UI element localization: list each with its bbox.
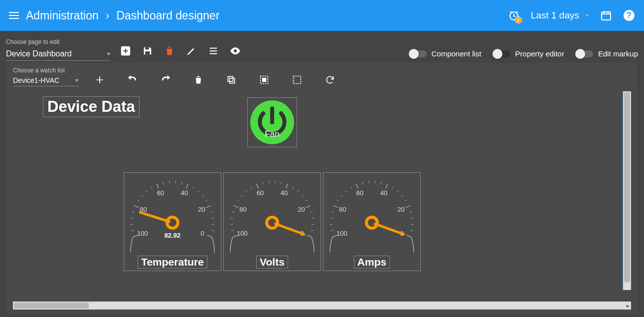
chevron-down-icon [107, 53, 111, 55]
svg-rect-11 [263, 78, 266, 82]
svg-text:60: 60 [157, 189, 164, 197]
gauge-display: 020406080100 [323, 173, 421, 253]
svg-line-106 [340, 195, 342, 196]
pencil-icon [186, 45, 197, 56]
svg-line-13 [207, 235, 212, 237]
vertical-scrollbar[interactable] [623, 91, 631, 290]
page-select: Choose page to edit Device Dashboard [6, 38, 111, 61]
new-page-button[interactable] [120, 45, 132, 57]
duplicate-button[interactable] [225, 74, 237, 86]
redo-icon [160, 74, 171, 85]
svg-line-111 [330, 218, 333, 219]
svg-line-19 [206, 206, 211, 208]
save-button[interactable] [142, 45, 154, 57]
time-range-dropdown[interactable]: Last 1 days [531, 10, 589, 21]
redo-button[interactable] [160, 74, 171, 86]
property-editor-toggle[interactable]: Property editor [493, 49, 564, 58]
gauge-widget-volts[interactable]: 020406080100 Volts [223, 172, 321, 271]
svg-text:0: 0 [201, 230, 204, 237]
edit-markup-toggle[interactable]: Edit markup [576, 49, 638, 58]
refresh-button[interactable] [324, 74, 336, 86]
horizontal-scrollbar[interactable]: ◄ ► [13, 302, 631, 310]
menu-lines-button[interactable] [207, 45, 219, 57]
delete-page-button[interactable] [163, 45, 175, 57]
deselect-button[interactable] [291, 74, 303, 86]
svg-line-104 [350, 187, 352, 189]
gauge-display: 020406080100 [223, 173, 321, 253]
svg-text:40: 40 [281, 189, 288, 197]
date-picker-button[interactable] [600, 9, 612, 21]
svg-line-71 [241, 195, 243, 196]
svg-line-93 [401, 195, 403, 196]
selection-icon [292, 75, 302, 85]
svg-rect-8 [230, 78, 235, 83]
preview-button[interactable] [229, 45, 241, 57]
svg-line-25 [186, 184, 188, 188]
menu-icon[interactable] [9, 12, 19, 19]
delete-component-button[interactable] [192, 74, 204, 86]
svg-line-86 [410, 230, 413, 231]
component-list-toggle[interactable]: Component list [410, 49, 482, 58]
svg-line-53 [312, 218, 314, 219]
watchlist-field[interactable]: Device1-HVAC [13, 75, 79, 86]
page-select-label: Choose page to edit [6, 38, 111, 45]
svg-line-23 [197, 190, 199, 192]
watchlist-value: Device1-HVAC [13, 76, 59, 84]
svg-line-90 [406, 206, 410, 208]
breadcrumb-root[interactable]: Administration [26, 9, 99, 22]
svg-line-42 [132, 230, 134, 231]
svg-line-98 [381, 182, 381, 184]
watchlist-select: Choose a watch list Device1-HVAC [13, 67, 79, 86]
svg-rect-9 [228, 76, 233, 81]
svg-line-94 [397, 190, 398, 192]
svg-line-35 [141, 195, 143, 196]
page-select-field[interactable]: Device Dashboard [6, 47, 111, 61]
svg-point-118 [369, 220, 374, 225]
svg-line-61 [286, 184, 288, 188]
title-widget[interactable]: Device Data [43, 96, 140, 117]
component-list-label: Component list [432, 49, 482, 58]
svg-line-24 [192, 187, 194, 189]
copy-icon [226, 75, 236, 85]
svg-line-75 [232, 212, 234, 212]
breadcrumb-page[interactable]: Dashboard designer [116, 9, 219, 22]
alarm-button[interactable]: 2 [508, 9, 520, 21]
editor-toolbar: Choose page to edit Device Dashboard [0, 31, 644, 62]
svg-line-58 [302, 195, 304, 196]
editor-toolbar-left: Choose page to edit Device Dashboard [6, 38, 241, 61]
help-button[interactable]: ? [623, 9, 635, 21]
chevron-down-icon [585, 14, 589, 17]
add-component-button[interactable] [94, 74, 106, 86]
svg-line-108 [333, 206, 338, 208]
vertical-scrollbar-thumb[interactable] [624, 92, 630, 282]
undo-button[interactable] [127, 74, 139, 86]
svg-line-17 [212, 218, 214, 219]
svg-line-34 [146, 190, 147, 192]
svg-line-69 [251, 187, 252, 189]
svg-text:100: 100 [237, 230, 248, 237]
svg-line-113 [331, 230, 333, 231]
chevron-down-icon [75, 79, 79, 82]
gauge-widget-amps[interactable]: 020406080100 Amps [323, 172, 421, 271]
svg-line-15 [211, 230, 213, 231]
svg-line-31 [157, 184, 159, 188]
design-surface[interactable]: Device Data Fan 02040608010082.92 Temper… [13, 91, 631, 290]
svg-text:100: 100 [336, 230, 347, 237]
edit-button[interactable] [185, 45, 197, 57]
svg-line-37 [134, 206, 139, 208]
horizontal-scrollbar-thumb[interactable] [14, 303, 89, 309]
app-header: Administration › Dashboard designer 2 La… [0, 0, 644, 31]
select-all-button[interactable] [258, 74, 270, 86]
svg-text:60: 60 [257, 189, 264, 197]
gauge-widget-temperature[interactable]: 02040608010082.92 Temperature [124, 172, 221, 271]
svg-line-55 [306, 206, 311, 208]
svg-text:40: 40 [181, 189, 188, 197]
svg-point-47 [170, 220, 175, 225]
svg-line-89 [410, 212, 412, 212]
property-editor-label: Property editor [515, 49, 564, 58]
fan-power-widget[interactable]: Fan [247, 97, 297, 147]
help-icon: ? [623, 9, 635, 21]
svg-line-57 [305, 200, 307, 201]
scroll-right-icon[interactable]: ► [625, 303, 631, 309]
power-indicator: Fan [250, 100, 294, 144]
